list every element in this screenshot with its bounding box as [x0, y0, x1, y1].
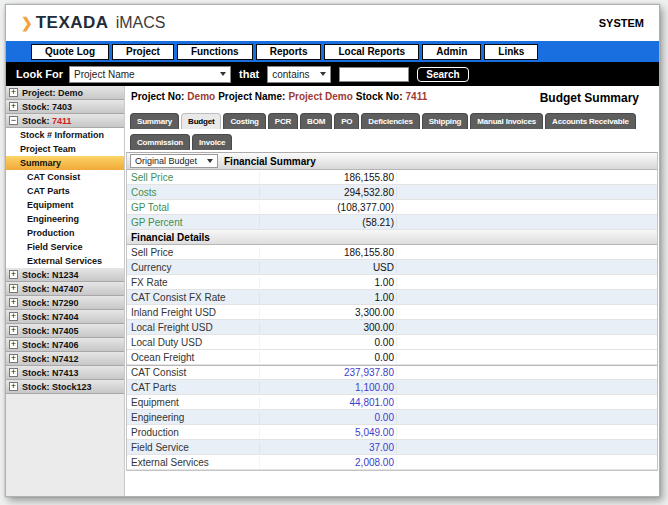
tree-item-project-demo[interactable]: + Project: Demo: [6, 86, 124, 100]
expand-icon[interactable]: +: [9, 340, 18, 349]
tree-item-stock-n7290[interactable]: + Stock: N7290: [6, 296, 124, 310]
row-value: (58.21): [259, 217, 397, 228]
tree-item-cat-consist[interactable]: CAT Consist: [6, 170, 124, 184]
tree-item-summary-selected[interactable]: Summary: [6, 156, 124, 170]
search-operator-select[interactable]: contains: [267, 66, 331, 83]
tree-item-stock-stock123[interactable]: + Stock: Stock123: [6, 380, 124, 394]
tab-budget-active[interactable]: Budget: [181, 113, 221, 129]
row-label: Local Freight USD: [127, 322, 259, 333]
table-row: Equipment 44,801.00: [127, 395, 657, 410]
menu-button-quote-log[interactable]: Quote Log: [31, 44, 109, 60]
expand-icon[interactable]: +: [9, 382, 18, 391]
row-value-link[interactable]: 1,100.00: [259, 382, 397, 393]
tab-commission[interactable]: Commission: [130, 134, 190, 150]
project-info-line: Project No:DemoProject Name:Project Demo…: [125, 86, 659, 105]
search-field-select[interactable]: Project Name: [69, 66, 231, 83]
menu-button-admin[interactable]: Admin: [422, 44, 481, 60]
tab-pcr[interactable]: PCR: [268, 113, 298, 129]
tree-item-label: Stock: Stock123: [22, 382, 92, 392]
tab-accounts-receivable[interactable]: Accounts Receivable: [545, 113, 636, 129]
financial-summary-title: Financial Summary: [224, 156, 316, 167]
expand-icon[interactable]: +: [9, 102, 18, 111]
table-row: Production 5,049.00: [127, 425, 657, 440]
tree-item-stock-n7405[interactable]: + Stock: N7405: [6, 324, 124, 338]
row-label: Costs: [127, 187, 259, 198]
table-row: External Services 2,008.00: [127, 455, 657, 470]
tree-item-stock-n7412[interactable]: + Stock: N7412: [6, 352, 124, 366]
table-row: GP Total (108,377.00): [127, 200, 657, 215]
expand-icon[interactable]: +: [9, 354, 18, 363]
search-input[interactable]: [339, 67, 409, 82]
menu-button-local-reports[interactable]: Local Reports: [324, 44, 419, 60]
table-row: Sell Price 186,155.80: [127, 170, 657, 185]
menu-button-functions[interactable]: Functions: [177, 44, 253, 60]
tree-item-stock-n7404[interactable]: + Stock: N7404: [6, 310, 124, 324]
tab-invoice[interactable]: Invoice: [192, 134, 232, 150]
tree-item-label: Stock: N7406: [22, 340, 79, 350]
page-title: Budget Summary: [540, 91, 651, 105]
table-row: Ocean Freight 0.00: [127, 350, 657, 365]
chevron-down-icon: [207, 159, 213, 163]
tab-deficiencies[interactable]: Deficiencies: [361, 113, 419, 129]
tab-manual-invoices[interactable]: Manual Invoices: [470, 113, 543, 129]
tree-item-project-team[interactable]: Project Team: [6, 142, 124, 156]
expand-icon[interactable]: +: [9, 312, 18, 321]
expand-icon[interactable]: +: [9, 88, 18, 97]
tree-item-stock-n7413[interactable]: + Stock: N7413: [6, 366, 124, 380]
tree-item-equipment[interactable]: Equipment: [6, 198, 124, 212]
tab-costing[interactable]: Costing: [223, 113, 265, 129]
tab-summary[interactable]: Summary: [130, 113, 179, 129]
tree-item-label: Stock: N7404: [22, 312, 79, 322]
app-logo: ❯ TEXADA iMACS: [21, 13, 165, 33]
tree-item-production[interactable]: Production: [6, 226, 124, 240]
expand-icon[interactable]: +: [9, 368, 18, 377]
tree-item-stock-n47407[interactable]: + Stock: N47407: [6, 282, 124, 296]
logo-imacs-text: iMACS: [116, 14, 166, 32]
row-label: Field Service: [127, 442, 259, 453]
tree-item-stock-7403[interactable]: + Stock: 7403: [6, 100, 124, 114]
row-value-link[interactable]: 2,008.00: [259, 457, 397, 468]
menu-button-reports[interactable]: Reports: [256, 44, 322, 60]
tab-shipping[interactable]: Shipping: [422, 113, 469, 129]
tree-item-field-service[interactable]: Field Service: [6, 240, 124, 254]
row-value-link[interactable]: 237,937.80: [259, 367, 397, 378]
row-value: 3,300.00: [259, 307, 397, 318]
row-value-link[interactable]: 44,801.00: [259, 397, 397, 408]
menu-button-project[interactable]: Project: [112, 44, 174, 60]
budget-summary-table: Original Budget Financial Summary Sell P…: [126, 152, 658, 471]
expand-icon[interactable]: +: [9, 298, 18, 307]
row-value: 186,155.80: [259, 247, 397, 258]
tree-item-stock-n7406[interactable]: + Stock: N7406: [6, 338, 124, 352]
table-row: Inland Freight USD 3,300.00: [127, 305, 657, 320]
tree-item-stock-information[interactable]: Stock # Information: [6, 128, 124, 142]
tab-po[interactable]: PO: [334, 113, 359, 129]
tree-item-label-prefix: Stock:: [22, 116, 52, 126]
content-area: + Project: Demo + Stock: 7403 − Stock: 7…: [6, 86, 659, 496]
tree-item-stock-7411-expanded[interactable]: − Stock: 7411: [6, 114, 124, 128]
row-value-link[interactable]: 0.00: [259, 412, 397, 423]
row-value: 300.00: [259, 322, 397, 333]
tree-item-cat-parts[interactable]: CAT Parts: [6, 184, 124, 198]
row-label: GP Total: [127, 202, 259, 213]
row-label: CAT Parts: [127, 382, 259, 393]
project-name-label: Project Name:: [218, 91, 285, 102]
tree-item-engineering[interactable]: Engineering: [6, 212, 124, 226]
main-menu-bar: Quote Log Project Functions Reports Loca…: [6, 41, 659, 62]
expand-icon[interactable]: +: [9, 270, 18, 279]
tree-item-stock-n1234[interactable]: + Stock: N1234: [6, 268, 124, 282]
expand-icon[interactable]: +: [9, 326, 18, 335]
look-for-label: Look For: [16, 68, 63, 80]
collapse-icon[interactable]: −: [9, 116, 18, 125]
table-row: Currency USD: [127, 260, 657, 275]
budget-view-select[interactable]: Original Budget: [130, 154, 218, 168]
row-value-link[interactable]: 5,049.00: [259, 427, 397, 438]
search-button[interactable]: Search: [417, 67, 468, 82]
tab-bom[interactable]: BOM: [300, 113, 332, 129]
menu-button-links[interactable]: Links: [484, 44, 538, 60]
row-label: Production: [127, 427, 259, 438]
row-value-link[interactable]: 37.00: [259, 442, 397, 453]
tree-item-external-services[interactable]: External Services: [6, 254, 124, 268]
expand-icon[interactable]: +: [9, 284, 18, 293]
logo-texada-text: TEXADA: [36, 13, 109, 33]
row-label: Local Duty USD: [127, 337, 259, 348]
